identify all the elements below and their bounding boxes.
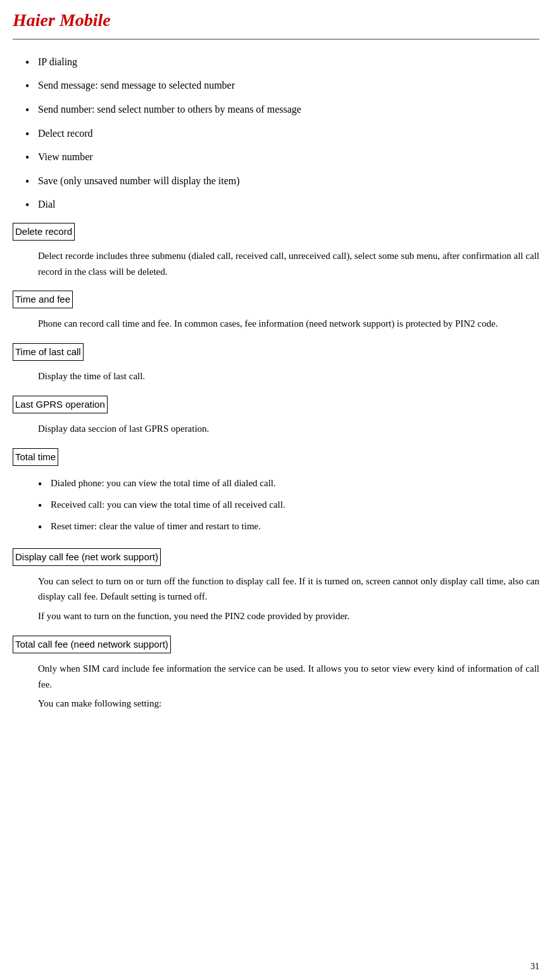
section-block: Total timeDialed phone: you can view the… [13, 448, 539, 537]
section-paragraph: Display the time of last call. [38, 368, 539, 384]
logo: Haier Mobile [13, 6, 539, 35]
logo-text: Haier Mobile [13, 10, 111, 30]
bullet-item: View number [13, 145, 539, 169]
sections-container: Delete recordDelect recorde includes thr… [13, 223, 539, 712]
bullet-item: Send message: send message to selected n… [13, 73, 539, 97]
section-paragraph: Only when SIM card include fee informati… [38, 661, 539, 693]
main-bullet-list: IP dialingSend message: send message to … [13, 50, 539, 217]
sub-bullet-item: Reset timer: clear the value of timer an… [25, 515, 539, 537]
section-block: Display call fee (net work support)You c… [13, 548, 539, 624]
bullet-item: Send number: send select number to other… [13, 97, 539, 122]
section-heading: Total call fee (need network support) [13, 636, 171, 653]
section-heading: Time and fee [13, 291, 73, 308]
section-paragraph: You can select to turn on or turn off th… [38, 574, 539, 605]
section-paragraph: You can make following setting: [38, 696, 539, 712]
section-heading: Time of last call [13, 343, 84, 361]
section-paragraph: Phone can record call time and fee. In c… [38, 316, 539, 332]
section-paragraph: If you want to turn on the function, you… [38, 608, 539, 624]
bullet-item: Delect record [13, 122, 539, 146]
section-block: Time of last callDisplay the time of las… [13, 343, 539, 384]
section-block: Total call fee (need network support)Onl… [13, 636, 539, 712]
section-paragraph: Delect recorde includes three submenu (d… [38, 248, 539, 280]
section-heading: Total time [13, 448, 58, 466]
section-paragraph: Display data seccion of last GPRS operat… [38, 421, 539, 437]
sub-bullet-item: Dialed phone: you can view the total tim… [25, 472, 539, 494]
section-block: Time and feePhone can record call time a… [13, 291, 539, 332]
section-block: Last GPRS operationDisplay data seccion … [13, 396, 539, 437]
section-block: Delete recordDelect recorde includes thr… [13, 223, 539, 280]
bullet-item: IP dialing [13, 50, 539, 74]
sub-bullet-item: Received call: you can view the total ti… [25, 494, 539, 515]
page-header: Haier Mobile [13, 6, 539, 40]
section-heading: Display call fee (net work support) [13, 548, 161, 566]
page-number: 31 [530, 960, 539, 974]
sub-bullet-list: Dialed phone: you can view the total tim… [25, 472, 539, 537]
section-heading: Delete record [13, 223, 75, 241]
bullet-item: Dial [13, 192, 539, 217]
section-heading: Last GPRS operation [13, 396, 108, 413]
bullet-item: Save (only unsaved number will display t… [13, 169, 539, 193]
